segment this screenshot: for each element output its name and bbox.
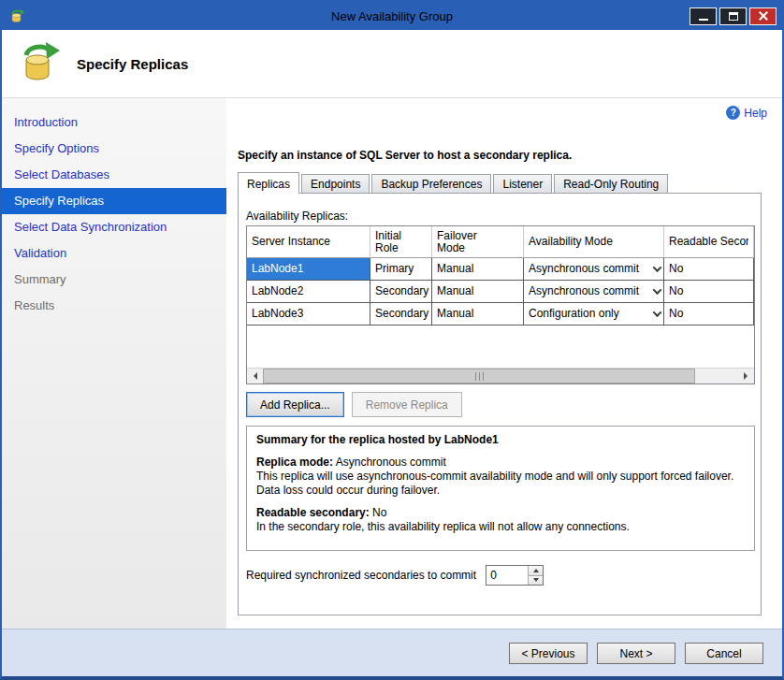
grid-row-labnode3: LabNode3 Secondary Manual Configuration … — [247, 303, 754, 326]
previous-button[interactable]: < Previous — [509, 643, 588, 664]
spin-down-icon — [533, 578, 539, 585]
grid-cell-failover-mode[interactable]: Manual — [432, 303, 524, 326]
help-label: Help — [744, 107, 767, 120]
scrollbar-grip-icon — [475, 372, 484, 381]
sidebar-item-specify-replicas[interactable]: Specify Replicas — [2, 188, 226, 214]
add-replica-button[interactable]: Add Replica... — [246, 392, 344, 417]
replicas-tab-panel: Availability Replicas: Server Instance I… — [238, 193, 762, 615]
wizard-footer: < Previous Next > Cancel — [2, 629, 782, 676]
grid-cell-initial-role[interactable]: Primary — [370, 258, 432, 281]
grid-row-labnode1: LabNode1 Primary Manual Asynchronous com… — [247, 258, 754, 281]
maximize-button[interactable] — [719, 7, 747, 25]
spin-buttons — [528, 566, 543, 585]
availability-replicas-grid: Server Instance Initial Role Failover Mo… — [246, 225, 755, 384]
grid-cell-server[interactable]: LabNode1 — [247, 258, 370, 281]
minimize-button[interactable] — [690, 7, 717, 25]
spin-down-button[interactable] — [529, 575, 543, 586]
database-sync-icon — [19, 41, 62, 87]
maximize-icon — [729, 12, 738, 21]
page-title: Specify Replicas — [77, 56, 188, 72]
tab-read-only-routing[interactable]: Read-Only Routing — [554, 174, 668, 193]
sidebar-item-summary: Summary — [2, 267, 226, 293]
required-secondaries-spinner — [486, 565, 544, 586]
sidebar-item-select-data-synchronization[interactable]: Select Data Synchronization — [2, 214, 226, 240]
grid-cell-server[interactable]: LabNode3 — [247, 303, 370, 326]
readable-secondary-description: In the secondary role, this availability… — [256, 520, 745, 534]
column-header-readable-secondary[interactable]: Readable Secondary — [664, 226, 754, 258]
sidebar-item-specify-options[interactable]: Specify Options — [2, 136, 226, 162]
summary-title: Summary for the replica hosted by LabNod… — [256, 433, 499, 446]
main-area: Introduction Specify Options Select Data… — [2, 98, 782, 629]
window-controls — [690, 7, 777, 25]
grid-empty-area — [247, 326, 754, 368]
tab-strip: Replicas Endpoints Backup Preferences Li… — [238, 172, 668, 194]
titlebar: New Availability Group — [2, 2, 782, 30]
readable-secondary-combobox[interactable]: No — [664, 258, 754, 281]
availability-replicas-label: Availability Replicas: — [246, 210, 753, 223]
scroll-left-button[interactable] — [247, 369, 263, 383]
replica-mode-label: Replica mode: — [256, 456, 333, 469]
column-header-failover-mode[interactable]: Failover Mode — [432, 226, 524, 258]
scroll-right-icon — [744, 372, 751, 380]
sidebar-item-results: Results — [2, 293, 226, 319]
readable-secondary-combobox[interactable]: No — [664, 303, 754, 326]
close-button[interactable] — [749, 7, 777, 25]
sidebar-item-select-databases[interactable]: Select Databases — [2, 162, 226, 188]
replica-mode-value: Asynchronous commit — [336, 456, 446, 469]
grid-cell-server[interactable]: LabNode2 — [247, 281, 370, 303]
availability-mode-combobox[interactable]: Asynchronous commit — [524, 258, 664, 281]
chevron-down-icon — [653, 285, 662, 295]
wizard-header: Specify Replicas — [2, 30, 782, 98]
required-secondaries-row: Required synchronized secondaries to com… — [246, 565, 753, 586]
chevron-down-icon — [653, 308, 662, 317]
tab-replicas[interactable]: Replicas — [238, 172, 299, 194]
help-link[interactable]: ? Help — [726, 106, 767, 120]
spin-up-button[interactable] — [529, 566, 543, 575]
wizard-steps-sidebar: Introduction Specify Options Select Data… — [2, 98, 226, 629]
grid-cell-initial-role[interactable]: Secondary — [370, 303, 432, 326]
tab-listener[interactable]: Listener — [493, 174, 552, 193]
cancel-button[interactable]: Cancel — [685, 643, 763, 664]
window-title: New Availability Group — [2, 9, 782, 23]
instruction-text: Specify an instance of SQL Server to hos… — [238, 149, 572, 162]
next-button[interactable]: Next > — [597, 643, 675, 664]
sidebar-item-introduction[interactable]: Introduction — [2, 109, 226, 136]
required-secondaries-input[interactable] — [486, 566, 528, 585]
grid-cell-initial-role[interactable]: Secondary — [370, 281, 432, 303]
column-header-availability-mode[interactable]: Availability Mode — [524, 226, 664, 258]
dialog-window: New Availability Group Specify Replicas … — [0, 0, 784, 680]
required-secondaries-label: Required synchronized secondaries to com… — [246, 569, 476, 582]
grid-cell-failover-mode[interactable]: Manual — [432, 281, 524, 303]
availability-mode-combobox[interactable]: Asynchronous commit — [524, 281, 664, 303]
remove-replica-button[interactable]: Remove Replica — [352, 392, 462, 417]
column-header-initial-role[interactable]: Initial Role — [370, 226, 432, 258]
scroll-left-icon — [250, 372, 257, 380]
spin-up-icon — [533, 566, 539, 572]
tab-backup-preferences[interactable]: Backup Preferences — [371, 174, 491, 193]
availability-mode-combobox[interactable]: Configuration only — [524, 303, 664, 326]
column-header-server-instance[interactable]: Server Instance — [247, 226, 370, 258]
scrollbar-thumb[interactable] — [263, 369, 695, 383]
readable-secondary-combobox[interactable]: No — [664, 281, 754, 303]
grid-row-labnode2: LabNode2 Secondary Manual Asynchronous c… — [247, 281, 754, 303]
help-icon: ? — [726, 106, 740, 120]
readable-secondary-value: No — [372, 506, 386, 519]
readable-secondary-label: Readable secondary: — [256, 506, 370, 519]
replica-summary-box: Summary for the replica hosted by LabNod… — [246, 426, 755, 551]
sidebar-item-validation[interactable]: Validation — [2, 240, 226, 267]
minimize-icon — [699, 19, 708, 21]
chevron-down-icon — [653, 263, 662, 272]
tab-endpoints[interactable]: Endpoints — [301, 174, 370, 193]
grid-header-row: Server Instance Initial Role Failover Mo… — [247, 226, 754, 258]
replica-buttons-row: Add Replica... Remove Replica — [246, 392, 753, 417]
replica-mode-description: This replica will use asynchronous-commi… — [256, 470, 745, 498]
close-icon — [759, 11, 768, 21]
grid-cell-failover-mode[interactable]: Manual — [432, 258, 524, 281]
scroll-right-button[interactable] — [738, 369, 754, 383]
content-area: ? Help Specify an instance of SQL Server… — [226, 98, 782, 629]
scrollbar-track[interactable] — [695, 369, 738, 383]
horizontal-scrollbar[interactable] — [247, 368, 754, 383]
